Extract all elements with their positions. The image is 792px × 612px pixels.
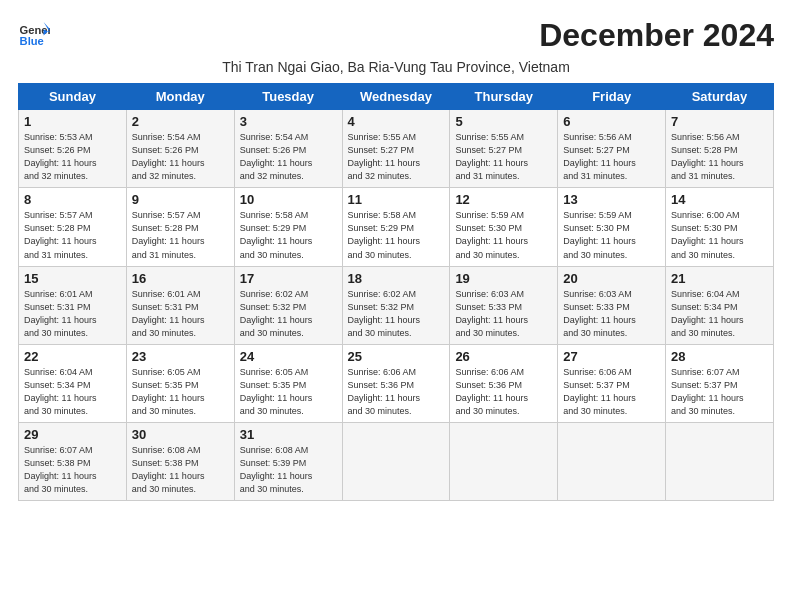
header-day-wednesday: Wednesday	[342, 84, 450, 110]
calendar-cell: 28Sunrise: 6:07 AM Sunset: 5:37 PM Dayli…	[666, 344, 774, 422]
calendar-cell: 30Sunrise: 6:08 AM Sunset: 5:38 PM Dayli…	[126, 422, 234, 500]
day-number: 5	[455, 114, 552, 129]
week-row-4: 22Sunrise: 6:04 AM Sunset: 5:34 PM Dayli…	[19, 344, 774, 422]
subtitle: Thi Tran Ngai Giao, Ba Ria-Vung Tau Prov…	[18, 59, 774, 75]
day-info: Sunrise: 6:01 AM Sunset: 5:31 PM Dayligh…	[132, 288, 229, 340]
day-number: 26	[455, 349, 552, 364]
calendar-cell: 8Sunrise: 5:57 AM Sunset: 5:28 PM Daylig…	[19, 188, 127, 266]
calendar-cell: 17Sunrise: 6:02 AM Sunset: 5:32 PM Dayli…	[234, 266, 342, 344]
calendar-cell: 20Sunrise: 6:03 AM Sunset: 5:33 PM Dayli…	[558, 266, 666, 344]
day-info: Sunrise: 6:05 AM Sunset: 5:35 PM Dayligh…	[132, 366, 229, 418]
day-number: 18	[348, 271, 445, 286]
week-row-1: 1Sunrise: 5:53 AM Sunset: 5:26 PM Daylig…	[19, 110, 774, 188]
day-number: 3	[240, 114, 337, 129]
day-info: Sunrise: 5:59 AM Sunset: 5:30 PM Dayligh…	[455, 209, 552, 261]
header-day-friday: Friday	[558, 84, 666, 110]
header-day-saturday: Saturday	[666, 84, 774, 110]
day-number: 9	[132, 192, 229, 207]
svg-text:General: General	[20, 24, 50, 36]
calendar-cell: 7Sunrise: 5:56 AM Sunset: 5:28 PM Daylig…	[666, 110, 774, 188]
day-info: Sunrise: 6:02 AM Sunset: 5:32 PM Dayligh…	[348, 288, 445, 340]
day-info: Sunrise: 5:57 AM Sunset: 5:28 PM Dayligh…	[24, 209, 121, 261]
day-number: 16	[132, 271, 229, 286]
week-row-3: 15Sunrise: 6:01 AM Sunset: 5:31 PM Dayli…	[19, 266, 774, 344]
day-info: Sunrise: 6:07 AM Sunset: 5:38 PM Dayligh…	[24, 444, 121, 496]
calendar-cell: 18Sunrise: 6:02 AM Sunset: 5:32 PM Dayli…	[342, 266, 450, 344]
header-day-monday: Monday	[126, 84, 234, 110]
day-number: 19	[455, 271, 552, 286]
day-number: 17	[240, 271, 337, 286]
week-row-5: 29Sunrise: 6:07 AM Sunset: 5:38 PM Dayli…	[19, 422, 774, 500]
calendar-cell: 25Sunrise: 6:06 AM Sunset: 5:36 PM Dayli…	[342, 344, 450, 422]
day-number: 7	[671, 114, 768, 129]
day-number: 13	[563, 192, 660, 207]
day-number: 27	[563, 349, 660, 364]
day-number: 1	[24, 114, 121, 129]
calendar-cell: 15Sunrise: 6:01 AM Sunset: 5:31 PM Dayli…	[19, 266, 127, 344]
calendar-cell: 16Sunrise: 6:01 AM Sunset: 5:31 PM Dayli…	[126, 266, 234, 344]
day-info: Sunrise: 5:55 AM Sunset: 5:27 PM Dayligh…	[348, 131, 445, 183]
day-info: Sunrise: 6:01 AM Sunset: 5:31 PM Dayligh…	[24, 288, 121, 340]
calendar-cell: 19Sunrise: 6:03 AM Sunset: 5:33 PM Dayli…	[450, 266, 558, 344]
day-info: Sunrise: 5:55 AM Sunset: 5:27 PM Dayligh…	[455, 131, 552, 183]
day-info: Sunrise: 5:54 AM Sunset: 5:26 PM Dayligh…	[240, 131, 337, 183]
day-number: 31	[240, 427, 337, 442]
day-number: 21	[671, 271, 768, 286]
day-info: Sunrise: 6:03 AM Sunset: 5:33 PM Dayligh…	[563, 288, 660, 340]
day-info: Sunrise: 5:56 AM Sunset: 5:28 PM Dayligh…	[671, 131, 768, 183]
calendar-cell: 13Sunrise: 5:59 AM Sunset: 5:30 PM Dayli…	[558, 188, 666, 266]
calendar-cell: 26Sunrise: 6:06 AM Sunset: 5:36 PM Dayli…	[450, 344, 558, 422]
day-number: 10	[240, 192, 337, 207]
calendar-cell: 12Sunrise: 5:59 AM Sunset: 5:30 PM Dayli…	[450, 188, 558, 266]
day-number: 11	[348, 192, 445, 207]
day-number: 30	[132, 427, 229, 442]
calendar-cell	[666, 422, 774, 500]
day-info: Sunrise: 6:05 AM Sunset: 5:35 PM Dayligh…	[240, 366, 337, 418]
month-title: December 2024	[539, 18, 774, 53]
calendar-cell: 23Sunrise: 6:05 AM Sunset: 5:35 PM Dayli…	[126, 344, 234, 422]
day-number: 25	[348, 349, 445, 364]
header-day-tuesday: Tuesday	[234, 84, 342, 110]
day-info: Sunrise: 6:08 AM Sunset: 5:39 PM Dayligh…	[240, 444, 337, 496]
day-info: Sunrise: 5:53 AM Sunset: 5:26 PM Dayligh…	[24, 131, 121, 183]
calendar-table: SundayMondayTuesdayWednesdayThursdayFrid…	[18, 83, 774, 501]
logo-icon: General Blue	[18, 18, 50, 50]
day-info: Sunrise: 6:00 AM Sunset: 5:30 PM Dayligh…	[671, 209, 768, 261]
day-number: 14	[671, 192, 768, 207]
day-number: 8	[24, 192, 121, 207]
day-number: 4	[348, 114, 445, 129]
calendar-cell: 6Sunrise: 5:56 AM Sunset: 5:27 PM Daylig…	[558, 110, 666, 188]
day-info: Sunrise: 6:08 AM Sunset: 5:38 PM Dayligh…	[132, 444, 229, 496]
calendar-cell: 21Sunrise: 6:04 AM Sunset: 5:34 PM Dayli…	[666, 266, 774, 344]
header-row: SundayMondayTuesdayWednesdayThursdayFrid…	[19, 84, 774, 110]
header: General Blue December 2024	[18, 18, 774, 53]
calendar-cell: 3Sunrise: 5:54 AM Sunset: 5:26 PM Daylig…	[234, 110, 342, 188]
day-info: Sunrise: 5:56 AM Sunset: 5:27 PM Dayligh…	[563, 131, 660, 183]
day-info: Sunrise: 6:07 AM Sunset: 5:37 PM Dayligh…	[671, 366, 768, 418]
calendar-cell: 10Sunrise: 5:58 AM Sunset: 5:29 PM Dayli…	[234, 188, 342, 266]
calendar-cell	[342, 422, 450, 500]
calendar-cell: 9Sunrise: 5:57 AM Sunset: 5:28 PM Daylig…	[126, 188, 234, 266]
day-number: 29	[24, 427, 121, 442]
day-info: Sunrise: 6:02 AM Sunset: 5:32 PM Dayligh…	[240, 288, 337, 340]
day-info: Sunrise: 5:58 AM Sunset: 5:29 PM Dayligh…	[240, 209, 337, 261]
week-row-2: 8Sunrise: 5:57 AM Sunset: 5:28 PM Daylig…	[19, 188, 774, 266]
title-area: December 2024	[539, 18, 774, 53]
day-number: 20	[563, 271, 660, 286]
calendar-cell: 31Sunrise: 6:08 AM Sunset: 5:39 PM Dayli…	[234, 422, 342, 500]
calendar-cell	[450, 422, 558, 500]
day-info: Sunrise: 5:54 AM Sunset: 5:26 PM Dayligh…	[132, 131, 229, 183]
calendar-cell: 24Sunrise: 6:05 AM Sunset: 5:35 PM Dayli…	[234, 344, 342, 422]
calendar-cell: 29Sunrise: 6:07 AM Sunset: 5:38 PM Dayli…	[19, 422, 127, 500]
day-number: 23	[132, 349, 229, 364]
calendar-cell	[558, 422, 666, 500]
day-number: 12	[455, 192, 552, 207]
day-number: 22	[24, 349, 121, 364]
day-number: 15	[24, 271, 121, 286]
calendar-page: General Blue December 2024 Thi Tran Ngai…	[0, 0, 792, 511]
day-number: 2	[132, 114, 229, 129]
header-day-sunday: Sunday	[19, 84, 127, 110]
day-info: Sunrise: 5:59 AM Sunset: 5:30 PM Dayligh…	[563, 209, 660, 261]
calendar-cell: 5Sunrise: 5:55 AM Sunset: 5:27 PM Daylig…	[450, 110, 558, 188]
calendar-cell: 1Sunrise: 5:53 AM Sunset: 5:26 PM Daylig…	[19, 110, 127, 188]
